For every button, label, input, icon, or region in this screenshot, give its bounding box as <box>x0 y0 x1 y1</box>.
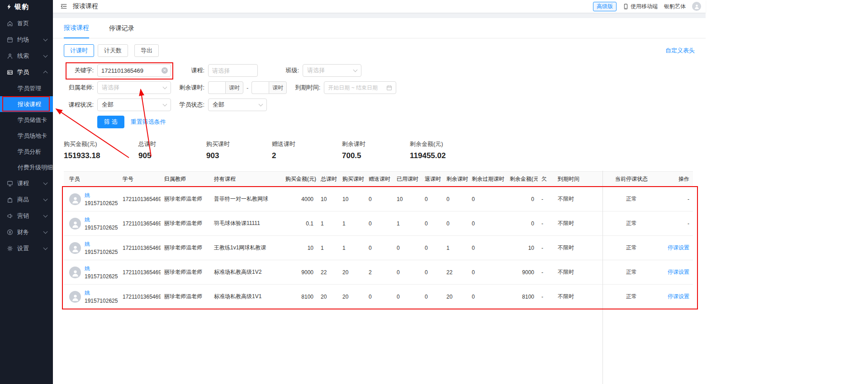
col-header-remaining_amount: 剩余金额(元) <box>506 172 538 187</box>
clear-keyword-icon[interactable]: ✕ <box>161 67 168 74</box>
sidebar-item-settings[interactable]: 设置 <box>0 240 53 257</box>
sidebar-item-students[interactable]: 学员 <box>0 64 53 80</box>
expire-date-range-input[interactable]: 开始日期 ~ 结束日期 <box>324 81 396 94</box>
use-mobile-button[interactable]: 使用移动端 <box>623 3 658 10</box>
collapse-menu-icon[interactable] <box>60 3 67 10</box>
count-by-days-button[interactable]: 计天数 <box>98 44 128 57</box>
student-name-link[interactable]: 姚 <box>85 192 90 198</box>
chevron-down-icon <box>259 102 263 107</box>
filter-row-3: 课程状况: 全部 学员状态: 全部 <box>64 98 695 111</box>
topbar-right: 高级版 使用移动端 银豹艺体 <box>593 2 701 11</box>
col-header-expire: 到期时间 <box>550 172 602 187</box>
main-area: 报读课程 高级版 使用移动端 银豹艺体 报读课程 停课记录 计课时 计天数 导出… <box>53 0 706 384</box>
course-label: 课程: <box>177 66 204 75</box>
sidebar-item-finance[interactable]: 财务 <box>0 224 53 240</box>
stat-2: 购买课时903 <box>206 140 272 160</box>
keyword-input[interactable] <box>97 64 171 77</box>
cell-expire: 不限时 <box>550 236 602 260</box>
filter-panel: 关键字: ✕ 课程: 班级: 请选择 归属老师: 请选择 <box>64 64 695 111</box>
cell-owe: - <box>538 236 550 260</box>
cell-refunded: 0 <box>421 236 443 260</box>
chevron-down-icon <box>43 37 48 42</box>
stat-4: 剩余课时700.5 <box>342 140 410 160</box>
customize-header-link[interactable]: 自定义表头 <box>665 47 695 55</box>
sidebar-item-courses[interactable]: 课程 <box>0 175 53 192</box>
sidebar-item-label: 商品 <box>17 196 29 204</box>
cell-owe: - <box>538 187 550 211</box>
sidebar-item-goods[interactable]: 商品 <box>0 192 53 208</box>
cell-gifted: 0 <box>365 285 393 309</box>
filter-row-2: 归属老师: 请选择 剩余课时: 课时 - 课时 到期时间: 开始日期 ~ 结束日… <box>64 81 695 94</box>
stat-label: 总课时 <box>138 140 206 148</box>
course-status-select[interactable]: 全部 <box>97 98 171 111</box>
leads-icon <box>7 53 13 59</box>
pause-settings-link[interactable]: 停课设置 <box>668 244 689 251</box>
tab-enrolled-courses[interactable]: 报读课程 <box>64 24 89 38</box>
cell-student: 姚19157102625 <box>64 260 119 285</box>
sidebar-item-booking[interactable]: 约场 <box>0 32 53 48</box>
cell-refunded: 0 <box>421 187 443 211</box>
table-row: 姚191571026251721101365469丽珍老师温老师标准场私教高级1… <box>64 285 693 309</box>
stat-label: 赠送课时 <box>272 140 342 148</box>
cell-used: 0 <box>393 285 421 309</box>
cell-remaining_amount: 8100 <box>506 285 538 309</box>
cell-bought: 1 <box>339 236 365 260</box>
cell-status: 正常 <box>602 285 661 309</box>
sidebar-subitem-enrolled-courses[interactable]: 报读课程 <box>0 96 53 112</box>
reset-filters-link[interactable]: 重置筛选条件 <box>131 118 166 126</box>
col-header-action: 操作 <box>661 172 693 187</box>
expire-time-label: 到期时间: <box>293 84 320 92</box>
cell-gifted: 2 <box>365 260 393 285</box>
sidebar-subitem-student-venue-card[interactable]: 学员场地卡 <box>0 128 53 144</box>
courses-icon <box>7 180 13 187</box>
student-avatar <box>69 218 81 229</box>
student-phone: 19157102625 <box>85 249 118 255</box>
filter-button[interactable]: 筛 选 <box>97 116 124 128</box>
count-by-hours-button[interactable]: 计课时 <box>64 44 94 57</box>
premium-version-badge[interactable]: 高级版 <box>593 2 617 11</box>
cell-student_no: 1721101365469 <box>119 260 161 285</box>
cell-used: 0 <box>393 236 421 260</box>
student-name-link[interactable]: 姚 <box>85 241 90 247</box>
sidebar-item-label: 财务 <box>17 228 29 236</box>
teacher-select[interactable]: 请选择 <box>97 81 171 94</box>
student-name-link[interactable]: 姚 <box>85 290 90 296</box>
pause-settings-link[interactable]: 停课设置 <box>668 293 689 300</box>
sidebar-subitem-paid-upgrade-details[interactable]: 付费升级明细 <box>0 159 53 175</box>
sidebar-item-marketing[interactable]: 营销 <box>0 208 53 224</box>
table-header-row: 学员学号归属教师持有课程购买金额(元)总课时购买课时赠送课时已用课时退课时剩余课… <box>64 172 693 187</box>
sidebar-subitem-student-management[interactable]: 学员管理 <box>0 80 53 96</box>
pause-settings-link[interactable]: 停课设置 <box>668 269 689 275</box>
col-header-remaining: 剩余课时 <box>443 172 468 187</box>
cell-student_no: 1721101365469 <box>119 285 161 309</box>
export-button[interactable]: 导出 <box>134 44 159 57</box>
calendar-icon <box>7 37 13 43</box>
tab-pause-records[interactable]: 停课记录 <box>109 24 134 38</box>
cell-remaining: 0 <box>443 187 468 211</box>
content-card: 报读课程 停课记录 计课时 计天数 导出 自定义表头 关键字: ✕ 课程: 班级… <box>53 18 706 384</box>
student-name-link[interactable]: 姚 <box>85 265 90 272</box>
course-status-label: 课程状况: <box>64 101 94 109</box>
cell-teacher: 丽珍老师温老师 <box>161 236 210 260</box>
sidebar-item-label: 约场 <box>17 36 29 44</box>
user-avatar[interactable] <box>692 2 701 11</box>
teacher-label: 归属老师: <box>64 84 94 92</box>
student-phone: 19157102625 <box>85 273 118 280</box>
class-select[interactable]: 请选择 <box>303 64 361 77</box>
student-status-select[interactable]: 全部 <box>208 98 267 111</box>
cell-refunded: 0 <box>421 260 443 285</box>
course-input[interactable] <box>208 64 258 77</box>
sidebar-subitem-student-stored-value-card[interactable]: 学员储值卡 <box>0 112 53 128</box>
remaining-hours-max-input[interactable] <box>251 81 269 94</box>
sidebar-item-home[interactable]: 首页 <box>0 15 53 32</box>
student-name-link[interactable]: 姚 <box>85 216 90 223</box>
sidebar-subitem-student-analysis[interactable]: 学员分析 <box>0 144 53 159</box>
sidebar-item-label: 设置 <box>17 244 29 253</box>
table-row: 姚191571026251721101365469丽珍老师温老师普菲特一对一私教… <box>64 187 693 211</box>
cell-teacher: 丽珍老师温老师 <box>161 260 210 285</box>
sidebar-item-label: 学员 <box>17 68 29 76</box>
sidebar-item-leads[interactable]: 线索 <box>0 48 53 64</box>
cell-student: 姚19157102625 <box>64 187 119 211</box>
remaining-hours-min-input[interactable] <box>208 81 225 94</box>
student-avatar <box>69 291 81 303</box>
